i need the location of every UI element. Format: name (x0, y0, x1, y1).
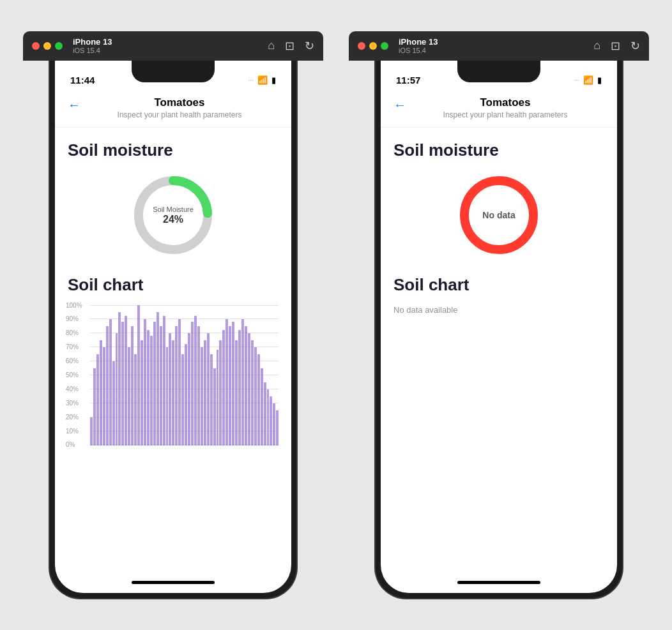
chart-bar (163, 316, 165, 445)
screenshot-icon-1[interactable]: ⊡ (285, 39, 294, 53)
traffic-light-green-1[interactable] (55, 42, 63, 50)
chart-bar (118, 312, 121, 446)
chart-bar (160, 326, 162, 446)
chart-bar (213, 368, 216, 446)
wifi-icon-1: 📶 (257, 75, 268, 85)
chart-bar (217, 350, 219, 446)
signal-dots-1: ··· (248, 77, 254, 84)
nav-header-2: ← Tomatoes Inspect your plant health par… (381, 91, 617, 128)
rotate-icon-2[interactable]: ↻ (630, 39, 640, 53)
chart-bar (257, 354, 260, 446)
traffic-light-yellow-1[interactable] (43, 42, 51, 50)
device-os-1: iOS 15.4 (73, 47, 263, 54)
grid-label-0: 0% (66, 441, 75, 448)
sim-topbar-1: iPhone 13 iOS 15.4 ⌂ ⊡ ↻ (23, 31, 323, 61)
chart-bar (201, 347, 203, 446)
chart-bar (207, 333, 210, 446)
device-os-2: iOS 15.4 (399, 47, 588, 54)
chart-bar (175, 326, 178, 446)
chart-bar (134, 354, 137, 446)
chart-bar (267, 389, 270, 446)
soil-chart-section-1: Soil chart 100% 90% (68, 275, 279, 458)
chart-bar (172, 340, 174, 446)
soil-chart-section-2: Soil chart No data available (393, 275, 604, 315)
soil-moisture-title-2: Soil moisture (393, 140, 604, 160)
chart-bar (261, 368, 263, 446)
traffic-light-red-1[interactable] (32, 42, 40, 50)
nav-title-1: Tomatoes (80, 96, 279, 109)
chart-bar (150, 336, 153, 446)
traffic-lights-1 (32, 42, 63, 50)
phone-screen-1: 11:44 ··· 📶 ▮ ← Tomatoes Inspect your pl… (55, 61, 291, 593)
chart-bar (225, 319, 228, 446)
donut-chart-1: Soil Moisture 24% (128, 170, 218, 260)
home-indicator-1 (55, 573, 291, 593)
chart-bar (248, 333, 250, 446)
device-name-1: iPhone 13 (73, 37, 263, 47)
chart-bar (197, 326, 200, 446)
content-2[interactable]: Soil moisture No data Soil chart (381, 128, 617, 573)
chart-bar (270, 396, 272, 446)
wifi-icon-2: 📶 (583, 75, 593, 85)
soil-moisture-title-1: Soil moisture (68, 140, 279, 160)
traffic-light-red-2[interactable] (358, 42, 365, 50)
home-icon-1[interactable]: ⌂ (268, 39, 275, 53)
home-icon-2[interactable]: ⌂ (593, 39, 600, 53)
chart-bar (121, 322, 124, 446)
soil-chart-title-1: Soil chart (68, 275, 279, 295)
chart-bar (137, 305, 140, 446)
sim-actions-2: ⌂ ⊡ ↻ (593, 39, 640, 53)
grid-label-40: 40% (66, 386, 79, 393)
donut-label-text-1: Soil Moisture (153, 204, 194, 213)
home-indicator-2 (381, 573, 617, 593)
grid-label-20: 20% (66, 414, 79, 421)
status-time-2: 11:57 (396, 75, 420, 86)
traffic-light-green-2[interactable] (381, 42, 388, 50)
chart-bar (238, 330, 241, 445)
chart-bar (273, 403, 275, 446)
traffic-lights-2 (358, 42, 388, 50)
nav-title-group-1: Tomatoes Inspect your plant health param… (80, 96, 279, 119)
device-info-1: iPhone 13 iOS 15.4 (73, 37, 263, 54)
chart-bar (144, 319, 146, 446)
status-notch-1 (132, 61, 215, 82)
chart-bar (109, 319, 112, 446)
back-button-1[interactable]: ← (68, 98, 80, 112)
back-button-2[interactable]: ← (393, 98, 406, 112)
home-bar-1 (132, 581, 215, 584)
rotate-icon-1[interactable]: ↻ (305, 39, 314, 53)
phone-body-2: 11:57 ··· 📶 ▮ ← Tomatoes Inspect your pl… (374, 61, 623, 599)
chart-bar (229, 326, 231, 446)
chart-bar (245, 326, 247, 446)
chart-bar (194, 316, 197, 445)
device-info-2: iPhone 13 iOS 15.4 (399, 37, 588, 54)
screenshot-icon-2[interactable]: ⊡ (611, 39, 620, 53)
chart-bar (141, 340, 143, 446)
chart-bar (222, 330, 225, 445)
nav-subtitle-2: Inspect your plant health parameters (406, 110, 604, 119)
chart-bar (103, 347, 105, 446)
donut-label-1: Soil Moisture 24% (153, 204, 194, 225)
chart-bar (232, 322, 234, 446)
chart-bar (276, 410, 279, 446)
grid-label-90: 90% (66, 315, 79, 322)
chart-bar (153, 322, 156, 446)
chart-bar (181, 354, 184, 446)
chart-bar (254, 347, 257, 446)
status-bar-2: 11:57 ··· 📶 ▮ (381, 61, 617, 91)
chart-bar (188, 333, 190, 446)
chart-bar (116, 333, 118, 446)
chart-bar (125, 316, 127, 445)
signal-dots-2: ··· (574, 77, 579, 84)
donut-no-data-label-2: No data (482, 210, 515, 220)
chart-bar (210, 354, 213, 446)
traffic-light-yellow-2[interactable] (369, 42, 377, 50)
chart-bar (100, 340, 102, 446)
content-1[interactable]: Soil moisture Soil Moisture 24% (55, 128, 291, 573)
chart-bar (128, 347, 130, 446)
chart-bar (166, 347, 169, 446)
chart-bar (191, 322, 194, 446)
status-icons-2: ··· 📶 ▮ (574, 75, 602, 85)
chart-bar (235, 340, 238, 446)
grid-label-10: 10% (66, 428, 79, 435)
